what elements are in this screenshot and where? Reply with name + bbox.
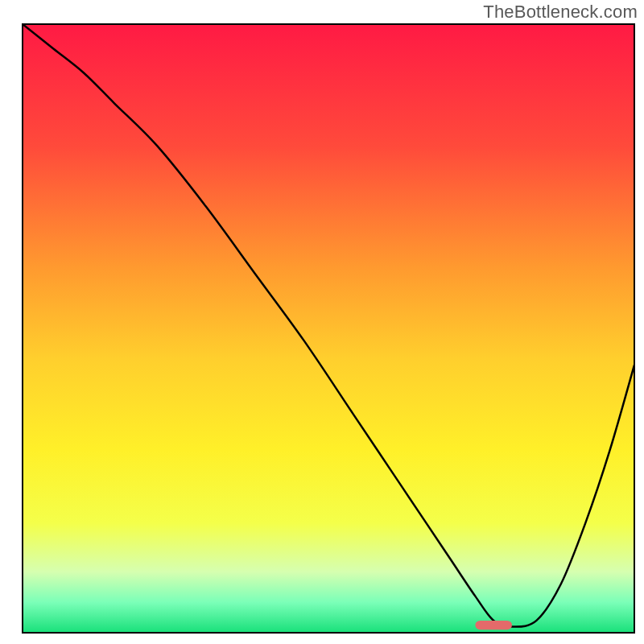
gradient-background xyxy=(23,24,634,633)
chart-container: TheBottleneck.com xyxy=(0,0,644,644)
bottleneck-chart xyxy=(0,0,644,644)
plot-area xyxy=(23,24,634,633)
watermark-label: TheBottleneck.com xyxy=(483,2,638,23)
optimal-range-marker xyxy=(475,621,512,630)
